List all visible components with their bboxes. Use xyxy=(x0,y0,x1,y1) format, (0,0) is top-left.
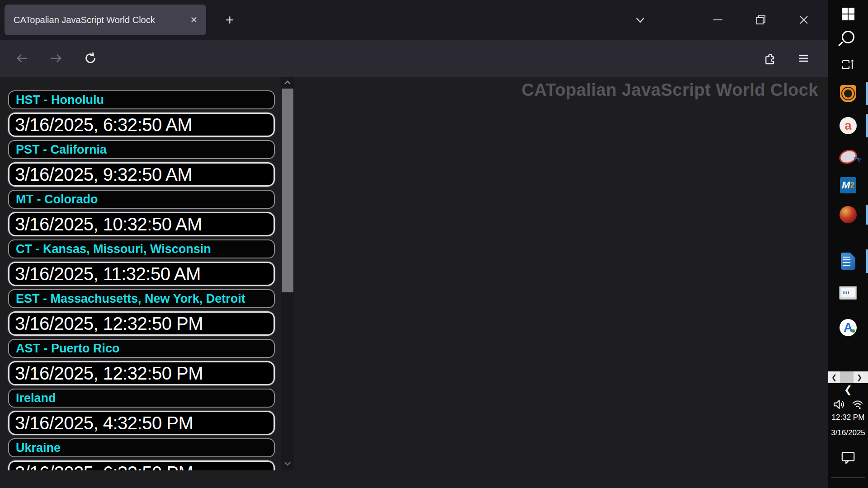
red-orb-game-icon xyxy=(840,206,857,223)
clock-time-value: 3/16/2025, 6:32:50 PM xyxy=(8,460,275,470)
taskbar-scroll-control: ❮ ❯ xyxy=(828,371,868,383)
forward-arrow-icon xyxy=(49,52,63,65)
taskbar-search-button[interactable] xyxy=(828,25,868,49)
running-indicator xyxy=(866,249,868,273)
clock-list-scrollbar[interactable] xyxy=(281,77,294,470)
taskbar-task-manager[interactable] xyxy=(828,281,868,305)
screen: { "browser": { "tab_title": "CATopalian … xyxy=(0,0,868,488)
libreoffice-document-icon xyxy=(841,253,855,270)
hamburger-menu-icon xyxy=(797,52,810,65)
menu-button[interactable] xyxy=(792,46,815,71)
tray-clock-time[interactable]: 12:32 PM xyxy=(828,413,868,422)
taskbar-scroll-right-button[interactable]: ❯ xyxy=(854,373,865,381)
clock-time-value: 3/16/2025, 12:32:50 PM xyxy=(8,361,275,385)
clock-row: HST - Honolulu 3/16/2025, 6:32:50 AM xyxy=(8,90,275,137)
clock-list: HST - Honolulu 3/16/2025, 6:32:50 AM PST… xyxy=(8,90,275,470)
puzzle-piece-icon xyxy=(763,52,777,65)
navigation-toolbar: file:///D:/_1Code/0_JS_Published/0_PUBLI… xyxy=(0,40,828,77)
browser-window: CATopalian JavaScript World Clock ✕ + xyxy=(0,0,828,488)
running-indicator xyxy=(866,205,868,225)
chevron-down-icon xyxy=(634,14,646,26)
taskbar-snipping-tool[interactable] xyxy=(828,145,868,169)
tab-list-dropdown-button[interactable] xyxy=(629,9,651,31)
tab-title: CATopalian JavaScript World Clock xyxy=(5,15,186,25)
clock-zone-label: CT - Kansas, Missouri, Wisconsin xyxy=(8,239,275,258)
scroll-up-arrow-icon[interactable] xyxy=(281,78,294,88)
tab-world-clock[interactable]: CATopalian JavaScript World Clock ✕ xyxy=(5,5,206,35)
taskbar-divider xyxy=(831,477,865,478)
task-view-icon xyxy=(841,58,855,71)
compass-a-app-icon: A xyxy=(840,319,857,336)
extensions-button[interactable] xyxy=(758,46,782,71)
clock-row: EST - Massachusetts, New York, Detroit 3… xyxy=(8,289,275,336)
notifications-button[interactable] xyxy=(840,450,857,465)
world-clock-panel: HST - Honolulu 3/16/2025, 6:32:50 AM PST… xyxy=(0,77,295,470)
clock-zone-label: Ireland xyxy=(8,389,275,408)
clock-row: PST - California 3/16/2025, 9:32:50 AM xyxy=(8,140,275,187)
clock-time-value: 3/16/2025, 10:32:50 AM xyxy=(8,212,275,236)
task-manager-icon xyxy=(839,286,857,300)
taskbar: a M2 A ❮ ❯ ❮ xyxy=(828,0,868,488)
tray-clock-date[interactable]: 3/16/2025 xyxy=(828,428,868,437)
scroll-down-arrow-icon[interactable] xyxy=(281,459,294,469)
clock-zone-label: Ukraine xyxy=(8,438,275,457)
clock-time-value: 3/16/2025, 11:32:50 AM xyxy=(8,262,275,286)
show-hidden-icons-button[interactable]: ❮ xyxy=(828,383,868,397)
clock-time-value: 3/16/2025, 4:32:50 PM xyxy=(8,411,275,435)
wifi-icon xyxy=(851,399,864,410)
clock-time-value: 3/16/2025, 9:32:50 AM xyxy=(8,162,275,187)
task-view-button[interactable] xyxy=(828,53,868,76)
speaker-icon xyxy=(833,399,846,410)
clock-row: MT - Colorado 3/16/2025, 10:32:50 AM xyxy=(8,190,275,236)
clock-time-value: 3/16/2025, 12:32:50 PM xyxy=(8,311,275,336)
clock-row: Ireland 3/16/2025, 4:32:50 PM xyxy=(8,389,275,435)
taskbar-game-red-orb[interactable] xyxy=(828,203,868,226)
volume-button[interactable] xyxy=(831,398,848,411)
windows-logo-icon xyxy=(842,8,854,20)
page-content: CATopalian JavaScript World Clock HST - … xyxy=(0,77,828,488)
running-indicator xyxy=(866,114,868,137)
clock-zone-label: AST - Puerto Rico xyxy=(8,339,275,358)
back-arrow-icon xyxy=(15,52,29,65)
clock-zone-label: PST - California xyxy=(8,140,275,159)
back-button[interactable] xyxy=(10,46,34,71)
clock-zone-label: EST - Massachusetts, New York, Detroit xyxy=(8,289,275,308)
minimize-icon xyxy=(712,14,723,25)
clock-row: CT - Kansas, Missouri, Wisconsin 3/16/20… xyxy=(8,239,275,286)
tab-close-icon[interactable]: ✕ xyxy=(186,12,202,28)
snipping-tool-icon xyxy=(837,148,859,166)
orange-u-app-icon xyxy=(840,85,856,102)
new-tab-button[interactable]: + xyxy=(220,10,240,30)
running-indicator xyxy=(866,82,868,105)
reload-icon xyxy=(84,52,97,65)
clock-time-value: 3/16/2025, 6:32:50 AM xyxy=(8,113,275,137)
taskbar-libreoffice[interactable] xyxy=(828,249,868,273)
taskbar-app-letter-a[interactable]: a xyxy=(828,114,868,137)
scrollbar-thumb[interactable] xyxy=(282,89,293,292)
minimize-button[interactable] xyxy=(707,9,729,31)
notification-bubble-icon xyxy=(840,451,856,465)
clock-zone-label: HST - Honolulu xyxy=(8,90,275,109)
taskbar-app-orange-u[interactable] xyxy=(828,82,868,105)
reload-button[interactable] xyxy=(79,46,102,71)
close-button[interactable] xyxy=(793,9,815,31)
clock-row: AST - Puerto Rico 3/16/2025, 12:32:50 PM xyxy=(8,339,275,385)
m2-app-icon: M2 xyxy=(840,177,856,193)
restore-icon xyxy=(755,14,766,25)
taskbar-app-compass-a[interactable]: A xyxy=(828,316,868,339)
forward-button[interactable] xyxy=(44,46,68,71)
taskbar-app-m2[interactable]: M2 xyxy=(828,174,868,197)
clock-row: Ukraine 3/16/2025, 6:32:50 PM xyxy=(8,438,275,470)
clock-zone-label: MT - Colorado xyxy=(8,190,275,209)
start-button[interactable] xyxy=(828,2,868,26)
taskbar-scroll-left-button[interactable]: ❮ xyxy=(828,373,840,381)
network-button[interactable] xyxy=(849,398,866,411)
search-icon xyxy=(842,31,854,43)
page-title: CATopalian JavaScript World Clock xyxy=(522,80,818,100)
close-icon xyxy=(798,14,809,25)
restore-button[interactable] xyxy=(750,9,772,31)
taskbar-scroll-thumb[interactable] xyxy=(840,371,854,383)
tab-bar: CATopalian JavaScript World Clock ✕ + xyxy=(0,0,828,40)
letter-a-app-icon: a xyxy=(840,117,857,134)
